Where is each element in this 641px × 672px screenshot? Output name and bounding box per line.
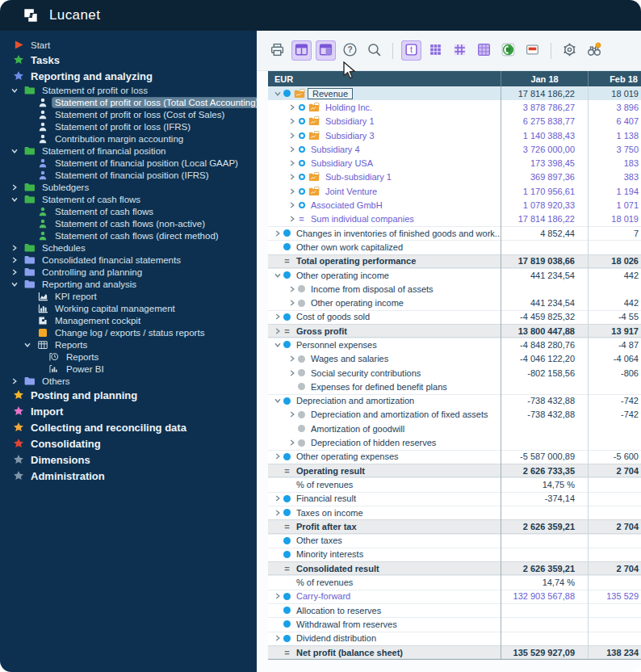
table-row[interactable]: Withdrawal from reserves (268, 617, 641, 631)
sidebar-folder-schedules[interactable]: Schedules (0, 242, 257, 254)
row-label-cell[interactable]: Revenue (268, 86, 501, 100)
value-jan-18[interactable]: -802 158,56 (501, 366, 588, 380)
row-label-cell[interactable]: Subsidiary 3 (268, 128, 501, 142)
value-jan-18[interactable] (501, 632, 588, 645)
export-sphere-button[interactable] (498, 40, 518, 61)
sidebar-item-sofp-ifrs[interactable]: Statement of financial position (IFRS) (0, 169, 257, 181)
value-jan-18[interactable]: 135 529 927,09 (501, 645, 588, 659)
row-label-cell[interactable]: Changes in inventories of finished goods… (268, 226, 501, 240)
row-label-cell[interactable]: =Sum individual companies (268, 212, 501, 226)
chevron-right-icon[interactable] (287, 146, 296, 153)
sidebar-item-working-capital-management[interactable]: Working capital management (0, 302, 257, 314)
table-row[interactable]: Depreciation and amortization-738 432,88… (268, 394, 641, 408)
row-label-cell[interactable]: Cost of goods sold (268, 310, 501, 324)
sidebar-folder-consolidated-financial-statements[interactable]: Consolidated financial statements (0, 254, 257, 266)
value-jan-18[interactable]: 369 897,36 (501, 170, 588, 184)
value-jan-18[interactable]: -738 432,88 (501, 394, 588, 408)
table-row[interactable]: Cost of goods sold-4 459 825,32-4 55 (268, 310, 641, 324)
row-label-cell[interactable]: Depreciation and amortization of fixed a… (268, 408, 501, 422)
value-feb-18[interactable] (588, 575, 641, 589)
sidebar-item-cash-flows-direct-method[interactable]: Statement of cash flows (direct method) (0, 229, 257, 242)
value-feb-18[interactable]: 138 234 (588, 645, 641, 659)
chevron-down-icon[interactable] (11, 281, 23, 288)
value-jan-18[interactable]: 2 626 359,21 (501, 519, 588, 533)
chevron-right-icon[interactable] (287, 118, 296, 124)
row-label-cell[interactable]: Joint Venture (268, 184, 501, 198)
chevron-right-icon[interactable] (287, 174, 296, 180)
row-label-cell[interactable]: Taxes on income (268, 506, 501, 519)
chevron-right-icon[interactable] (273, 313, 282, 320)
row-label-cell[interactable]: Income from disposal of assets (268, 282, 501, 296)
value-jan-18[interactable]: 14,74 % (501, 575, 588, 589)
value-jan-18[interactable] (501, 380, 588, 393)
table-row[interactable]: % of revenues14,74 % (268, 575, 641, 589)
value-feb-18[interactable]: 18 026 (588, 254, 641, 268)
value-jan-18[interactable] (501, 617, 588, 631)
value-feb-18[interactable] (588, 632, 641, 645)
row-label-cell[interactable]: =Operating result (268, 464, 501, 477)
table-row[interactable]: Other operating income441 234,54442 (268, 268, 641, 282)
value-feb-18[interactable]: 442 (588, 296, 641, 309)
table-row[interactable]: Subsidiary 43 726 000,003 750 (268, 142, 641, 156)
row-label-cell[interactable]: Sub-subsidiary 1 (268, 170, 501, 184)
value-feb-18[interactable]: -4 55 (588, 310, 641, 324)
sidebar-item-tasks[interactable]: Tasks (0, 52, 257, 68)
table-row[interactable]: Expenses for defined benefit plans (268, 380, 641, 393)
column-header-jan-18[interactable]: Jan 18 (501, 71, 588, 86)
sidebar-folder-statement-of-financial-position[interactable]: Statement of financial position (0, 145, 257, 157)
table-row[interactable]: Associated GmbH1 078 920,331 071 (268, 198, 641, 212)
sidebar-item-dimensions[interactable]: Dimensions (0, 452, 257, 468)
value-feb-18[interactable]: -4 87 (588, 338, 641, 351)
sidebar-folder-reports[interactable]: Reports (0, 338, 257, 351)
row-label-cell[interactable]: =Consolidated result (268, 561, 501, 575)
row-label-cell[interactable]: Depreciation of hidden reserves (268, 435, 501, 449)
row-label-cell[interactable]: Other operating income (268, 268, 501, 282)
table-row[interactable]: Wages and salaries-4 046 122,20-4 064 (268, 352, 641, 366)
value-feb-18[interactable]: 135 529 (588, 590, 641, 603)
value-feb-18[interactable]: -742 (588, 408, 641, 422)
value-jan-18[interactable]: 441 234,54 (501, 268, 588, 282)
value-feb-18[interactable]: 183 (588, 156, 641, 170)
table-row[interactable]: Dividend distribution (268, 632, 641, 645)
table-row[interactable]: =Sum individual companies17 814 186,2218… (268, 212, 641, 226)
row-label-cell[interactable]: Dividend distribution (268, 632, 501, 645)
sidebar-item-sofp-local-gaap[interactable]: Statement of financial position (Local G… (0, 157, 257, 169)
chevron-right-icon[interactable] (287, 132, 296, 139)
value-jan-18[interactable]: 1 140 388,43 (501, 128, 588, 142)
table-row[interactable]: =Gross profit13 800 447,8813 917 (268, 324, 641, 338)
value-jan-18[interactable] (501, 548, 588, 561)
sidebar-item-collecting-and-reconciling-data[interactable]: Collecting and reconciling data (0, 419, 257, 435)
value-feb-18[interactable] (588, 603, 641, 617)
row-label-cell[interactable]: Minority interests (268, 548, 501, 561)
table-row[interactable]: =Operating result2 626 733,352 704 (268, 464, 641, 477)
value-jan-18[interactable]: 6 275 838,77 (501, 115, 588, 128)
table-row[interactable]: =Net profit (balance sheet)135 529 927,0… (268, 645, 641, 659)
chevron-right-icon[interactable] (287, 202, 296, 208)
sidebar-folder-others[interactable]: Others (0, 375, 257, 387)
chevron-down-icon[interactable] (11, 196, 23, 203)
card-view-button[interactable] (522, 40, 543, 61)
row-label-cell[interactable]: % of revenues (268, 575, 501, 589)
table-row[interactable]: % of revenues14,75 % (268, 477, 641, 491)
row-label-cell[interactable]: Subsidiary USA (268, 156, 501, 170)
value-jan-18[interactable] (501, 282, 588, 296)
sidebar-folder-reporting-and-analysis[interactable]: Reporting and analysis (0, 278, 257, 290)
column-header-feb-18[interactable]: Feb 18 (588, 71, 641, 86)
chevron-right-icon[interactable] (287, 300, 296, 306)
grid-shade-view-button[interactable] (474, 40, 494, 61)
value-jan-18[interactable]: -374,14 (501, 492, 588, 506)
chevron-right-icon[interactable] (273, 328, 282, 334)
row-label-cell[interactable]: Wages and salaries (268, 352, 501, 366)
chevron-down-icon[interactable] (24, 342, 36, 348)
sidebar-item-kpi-report[interactable]: KPI report (0, 290, 257, 302)
sidebar-folder-statement-of-cash-flows[interactable]: Statement of cash flows (0, 193, 257, 205)
value-feb-18[interactable]: 13 917 (588, 324, 641, 338)
value-feb-18[interactable]: 1 138 (588, 128, 641, 142)
row-label-cell[interactable]: Financial result (268, 492, 501, 506)
chevron-right-icon[interactable] (273, 230, 282, 237)
chevron-right-icon[interactable] (11, 245, 23, 251)
value-feb-18[interactable]: 2 704 (588, 561, 641, 575)
sidebar-item-pnl-ifrs[interactable]: Statement of profit or loss (IFRS) (0, 120, 257, 132)
chevron-right-icon[interactable] (287, 370, 296, 376)
value-feb-18[interactable]: 7 (588, 226, 641, 240)
